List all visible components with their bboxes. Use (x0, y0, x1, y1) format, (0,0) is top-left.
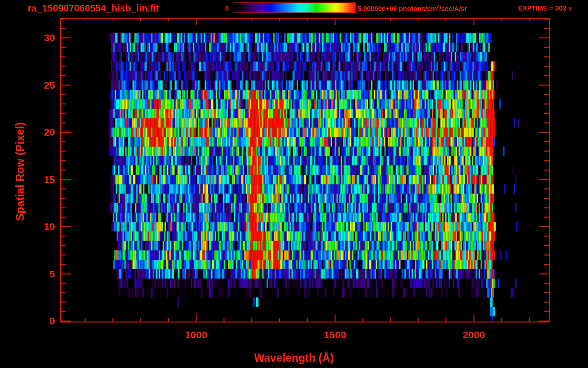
x-tick-label: 1000 (175, 329, 218, 341)
plot-window: ra_150907060554_hisb_lin.fit 0 5.00000e+… (0, 0, 588, 368)
flux-scale-label-pre: 5.00000e+06 photons/cm (358, 5, 437, 12)
axes-frame (0, 0, 588, 368)
y-tick-label: 15 (0, 174, 55, 185)
y-tick-label: 25 (0, 80, 55, 91)
flux-scale-label: 5.00000e+06 photons/cm2/sec/A/sr (358, 4, 467, 12)
x-tick-label: 1500 (314, 329, 357, 341)
y-tick-label: 10 (0, 221, 55, 232)
y-tick-label: 0 (0, 316, 55, 326)
colorbar (233, 2, 356, 13)
y-tick-label: 20 (0, 127, 55, 138)
y-axis-title: Spatial Row (Pixel) (14, 122, 27, 221)
x-axis-title: Wavelength (Å) (0, 352, 588, 365)
flux-scale-label-post: /sec/A/sr (439, 5, 467, 12)
x-tick-label: 2000 (452, 329, 496, 341)
exptime-label: EXPTIME = 302 s (518, 4, 572, 12)
y-tick-label: 30 (0, 33, 55, 43)
y-tick-label: 5 (0, 269, 55, 279)
page-title: ra_150907060554_hisb_lin.fit (28, 3, 159, 14)
colorbar-min-label: 0 (214, 4, 229, 12)
plot-frame (60, 18, 549, 322)
